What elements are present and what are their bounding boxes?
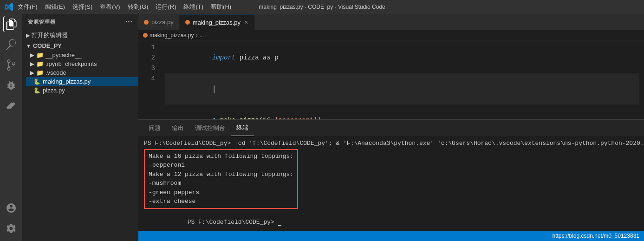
tab-label: pizza.py [151, 19, 174, 26]
panel-tabs: 问题 输出 调试控制台 终端 [138, 120, 644, 136]
extensions-icon[interactable] [3, 98, 19, 114]
chevron-down-icon: ▼ [26, 43, 31, 49]
panel-tab-terminal[interactable]: 终端 [231, 120, 254, 136]
activity-bar [0, 14, 22, 241]
sidebar-header: 资源管理器 ··· [22, 14, 138, 30]
status-link[interactable]: https://blog.csdn.net/m0_50123831 [553, 233, 639, 239]
python-file-icon: 🐍 [33, 78, 40, 85]
terminal-output-3: Make a 12 pizza with following toppings: [149, 170, 293, 179]
tab-making-pizzas-py[interactable]: making_pizzas.py × [180, 14, 255, 30]
editor-area: pizza.py making_pizzas.py × making_pizza… [138, 14, 644, 241]
terminal-output-5: -green peppers [149, 188, 293, 197]
code-py-section[interactable]: ▼ CODE_PY [22, 41, 138, 51]
terminal-output-4: -mushroom [149, 179, 293, 188]
sidebar-tree: ▶ 📁 __pycache__ ▶ 📁 .ipynb_checkpoints ▶… [22, 51, 138, 95]
window-title: making_pizzas.py - CODE_py - Visual Stud… [259, 4, 385, 10]
debug-icon[interactable] [3, 78, 19, 93]
terminal-cursor: █ [278, 219, 282, 226]
search-icon[interactable] [3, 37, 19, 52]
python-file-icon: 🐍 [33, 87, 40, 94]
accounts-icon[interactable] [3, 200, 19, 216]
menu-goto[interactable]: 转到(G) [124, 3, 152, 11]
menu-select[interactable]: 选择(S) [69, 3, 96, 11]
code-line-2: │ [165, 73, 639, 104]
terminal-prompt-line: PS F:\Codefield\CODE_py> █ [144, 209, 638, 231]
folder-name: __pycache__ [46, 52, 81, 59]
output-highlight-box: Make a 16 pizza with following toppings:… [144, 149, 298, 209]
menu-help[interactable]: 帮助(H) [207, 3, 235, 11]
breadcrumb-file: making_pizzas.py [150, 32, 194, 39]
sidebar-title: 资源管理器 [28, 19, 56, 26]
menu-file[interactable]: 文件(F) [14, 3, 41, 11]
breadcrumb: making_pizzas.py › ... [138, 30, 644, 40]
line-numbers: 1 2 3 4 [138, 40, 161, 119]
file-name: pizza.py [43, 87, 65, 94]
settings-icon[interactable] [3, 221, 19, 236]
title-bar: 文件(F) 编辑(E) 选择(S) 查看(V) 转到(G) 运行(R) 终端(T… [0, 0, 644, 14]
sidebar-more-button[interactable]: ··· [125, 18, 133, 26]
sidebar: 资源管理器 ··· ▶ 打开的编辑器 ▼ CODE_PY ▶ 📁 __pycac… [22, 14, 138, 241]
sidebar-item-making-pizzas[interactable]: 🐍 making_pizzas.py [26, 77, 138, 86]
chevron-right-icon: ▶ [30, 52, 34, 59]
terminal-output-block: Make a 16 pizza with following toppings:… [144, 149, 638, 209]
breadcrumb-rest: ... [199, 32, 204, 39]
folder-name: .ipynb_checkpoints [46, 60, 97, 67]
folder-label: CODE_PY [33, 42, 62, 49]
menu-terminal[interactable]: 终端(T) [180, 3, 207, 11]
tab-close-button[interactable]: × [243, 19, 249, 26]
tab-bar: pizza.py making_pizzas.py × [138, 14, 644, 30]
source-control-icon[interactable] [3, 57, 19, 73]
menu-view[interactable]: 查看(V) [96, 3, 124, 11]
vscode-logo-icon [5, 2, 14, 12]
panel-tab-output[interactable]: 输出 [166, 120, 189, 136]
breadcrumb-file-icon [143, 33, 148, 38]
code-content[interactable]: import pizza as p │ p.make_pizza(16,'pep… [161, 40, 644, 119]
status-bar: https://blog.csdn.net/m0_50123831 [138, 231, 644, 241]
open-editors-section[interactable]: ▶ 打开的编辑器 [22, 30, 138, 41]
open-editors-label: 打开的编辑器 [32, 31, 68, 39]
panel-tab-problems[interactable]: 问题 [143, 120, 166, 136]
sidebar-item-ipynb-checkpoints[interactable]: ▶ 📁 .ipynb_checkpoints [26, 59, 138, 68]
breadcrumb-separator: › [195, 32, 197, 39]
sidebar-item-pizza[interactable]: 🐍 pizza.py [26, 86, 138, 95]
chevron-right-icon: ▶ [30, 69, 34, 76]
sidebar-item-pycache[interactable]: ▶ 📁 __pycache__ [26, 51, 138, 59]
code-line-3: p.make_pizza(16,'pepperoni') [165, 104, 639, 119]
terminal-command-line: PS F:\Codefield\CODE_py> cd 'f:\Codefiel… [144, 139, 638, 148]
chevron-right-icon: ▶ [30, 60, 34, 67]
folder-name: .vscode [46, 69, 66, 76]
activity-bar-bottom [3, 200, 19, 241]
terminal-output-1: Make a 16 pizza with following toppings: [149, 152, 293, 161]
chevron-right-icon: ▶ [26, 33, 30, 39]
files-icon[interactable] [3, 16, 19, 32]
menu-edit[interactable]: 编辑(E) [41, 3, 69, 11]
main-layout: 资源管理器 ··· ▶ 打开的编辑器 ▼ CODE_PY ▶ 📁 __pycac… [0, 14, 644, 241]
terminal-output-2: -pepperoni [149, 161, 293, 170]
tab-pizza-py[interactable]: pizza.py [138, 14, 180, 30]
terminal-output-6: -extra cheese [149, 197, 293, 206]
terminal-content[interactable]: PS F:\Codefield\CODE_py> cd 'f:\Codefiel… [138, 136, 644, 231]
code-editor[interactable]: 1 2 3 4 import pizza as p │ p.make_pizza… [138, 40, 644, 119]
panel-tab-debug[interactable]: 调试控制台 [189, 120, 231, 136]
tab-label: making_pizzas.py [193, 19, 241, 26]
sidebar-item-vscode[interactable]: ▶ 📁 .vscode [26, 68, 138, 77]
file-name: making_pizzas.py [43, 78, 91, 85]
terminal-text: PS F:\Codefield\CODE_py> cd 'f:\Codefiel… [144, 140, 644, 147]
python-tab-icon [144, 20, 149, 25]
menu-run[interactable]: 运行(R) [152, 3, 180, 11]
terminal-panel: 问题 输出 调试控制台 终端 PS F:\Codefield\CODE_py> … [138, 119, 644, 231]
python-tab-icon [185, 20, 190, 25]
code-line-1: import pizza as p [165, 42, 639, 73]
terminal-prompt: PS F:\Codefield\CODE_py> [188, 219, 278, 226]
